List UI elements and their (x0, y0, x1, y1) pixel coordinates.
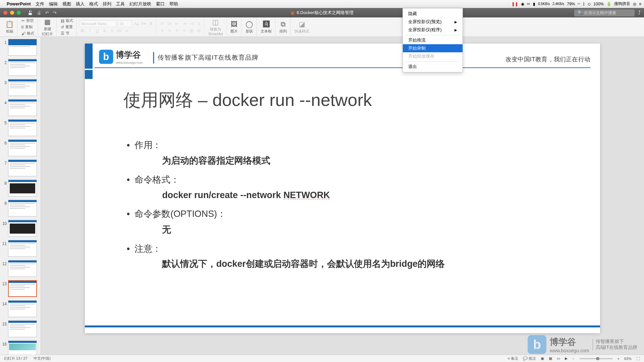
sorter-view-button[interactable]: ▦ (549, 356, 552, 361)
menu-help[interactable]: 帮助 (169, 1, 178, 7)
pause-icon[interactable]: ❚❚ (512, 2, 518, 6)
slide-canvas[interactable]: b 博学谷 www.boxuegu.com 传智播客旗下高端IT在线教育品牌 改… (85, 44, 600, 333)
slide-thumbnail[interactable] (8, 79, 37, 96)
slide-thumbnail[interactable] (8, 59, 37, 76)
indent-button[interactable]: ⇥ (181, 21, 187, 27)
undo-icon[interactable]: ↶ (45, 10, 49, 15)
clear-format-button[interactable]: A̸ (148, 21, 154, 27)
justify-button[interactable]: ≡ (181, 27, 187, 34)
slide-thumbnail[interactable] (8, 119, 37, 136)
zoom-out-button[interactable]: − (572, 357, 574, 361)
menu-format[interactable]: 格式 (89, 1, 98, 7)
notes-button[interactable]: ≡ 备注 (508, 356, 518, 361)
scissors-icon[interactable]: ✂ (527, 2, 530, 6)
new-slide-button[interactable]: ▦新建 幻灯片 (41, 17, 54, 37)
redo-icon[interactable]: ↷ (53, 10, 57, 15)
dm-hide[interactable]: 隐藏 (403, 10, 463, 18)
fit-window-button[interactable]: ⛶ (636, 357, 640, 361)
reading-view-button[interactable]: ▭ (557, 356, 560, 361)
numbering-button[interactable]: 1≡ (166, 21, 172, 27)
slide-title[interactable]: 使用网络 – docker run --network (123, 88, 372, 112)
slide-thumbnail[interactable] (8, 280, 37, 297)
textbox-button[interactable]: 🅰文本框 (259, 20, 273, 35)
menubar-list-icon[interactable]: ≡ (639, 2, 641, 6)
menu-file[interactable]: 文件 (36, 1, 44, 7)
slide-thumbnail[interactable] (8, 180, 37, 196)
slide-thumbnail[interactable] (8, 99, 37, 116)
battery-icon[interactable]: 🔋 (606, 2, 611, 6)
line-spacing-button[interactable]: ↕≡ (189, 21, 195, 27)
quickstyle-button[interactable]: ◪快速样式 (293, 19, 311, 35)
text-direction-button[interactable]: ↴ (196, 21, 202, 27)
menu-insert[interactable]: 插入 (76, 1, 85, 7)
save-icon[interactable]: 💾 (28, 10, 33, 15)
menu-window[interactable]: 窗口 (156, 1, 165, 7)
align-left-button[interactable]: ≡ (159, 27, 165, 34)
menu-view[interactable]: 视图 (62, 1, 71, 7)
font-name-select[interactable]: Microsoft YaHei (79, 20, 116, 27)
dm-start-record[interactable]: 开始录制 (403, 44, 463, 52)
share-icon[interactable]: ⤴ (638, 10, 641, 16)
search-input[interactable]: 🔍 在演示文稿中搜索 (574, 9, 635, 16)
slide-thumbnail[interactable] (8, 200, 37, 217)
spacing-button[interactable]: AV (116, 28, 122, 34)
font-color-button[interactable]: A (124, 28, 130, 34)
slide-body[interactable]: •作用： 为启动的容器指定网络模式 •命令格式： docker run/crea… (127, 134, 568, 275)
outdent-button[interactable]: ⇤ (174, 21, 180, 27)
language-indicator[interactable]: 中文(中国) (34, 356, 51, 361)
slide-thumbnail[interactable] (8, 320, 37, 337)
italic-button[interactable]: I (87, 28, 93, 34)
decrease-font-button[interactable]: A▾ (141, 21, 147, 27)
bold-button[interactable]: B (79, 28, 86, 34)
align-text-button[interactable]: ⊟ (196, 27, 202, 34)
cut-button[interactable]: ✂剪切 (20, 18, 36, 23)
normal-view-button[interactable]: ▣ (541, 356, 544, 361)
bullets-button[interactable]: ⁝≡ (159, 21, 165, 27)
slide-thumbnail[interactable] (8, 341, 37, 355)
menu-edit[interactable]: 编辑 (49, 1, 58, 7)
slide-thumbnail[interactable] (8, 139, 37, 156)
siri-icon[interactable]: ◎ (633, 2, 636, 6)
underline-button[interactable]: U (94, 28, 100, 34)
strike-button[interactable]: S̶ (102, 28, 108, 34)
font-size-select[interactable]: 24 (118, 20, 132, 27)
slide-thumbnail[interactable] (8, 260, 37, 277)
ime-label[interactable]: 搜狗拼音 (614, 1, 630, 7)
increase-font-button[interactable]: A▴ (133, 21, 139, 27)
menu-slideshow[interactable]: 幻灯片放映 (129, 1, 151, 7)
menu-tools[interactable]: 工具 (116, 1, 125, 7)
slideshow-button[interactable]: ▶ (565, 356, 568, 361)
slide-thumbnail[interactable] (8, 240, 37, 257)
arrange-button[interactable]: ⧉排列 (278, 20, 288, 35)
print-icon[interactable]: 🖨 (37, 10, 41, 15)
shapes-button[interactable]: ◯形状 (244, 19, 254, 35)
slide-editor-area[interactable]: b 博学谷 www.boxuegu.com 传智播客旗下高端IT在线教育品牌 改… (41, 37, 644, 355)
menu-arrange[interactable]: 排列 (103, 1, 111, 7)
thumbnail-panel[interactable]: 123456789101112131415161718 (0, 37, 41, 355)
align-right-button[interactable]: ≡ (174, 27, 180, 34)
app-name[interactable]: PowerPoint (7, 1, 31, 6)
columns-button[interactable]: ▥ (189, 27, 195, 34)
zoom-in-button[interactable]: + (618, 357, 620, 361)
smartart-button[interactable]: ◫转换为 SmartArt (207, 17, 224, 37)
slide-thumbnail[interactable] (8, 39, 37, 56)
picture-button[interactable]: 🖼图片 (229, 20, 239, 35)
dm-start-stream[interactable]: 开始推流 (403, 36, 463, 44)
comments-button[interactable]: 💬 批注 (523, 356, 536, 361)
minimize-window-button[interactable] (10, 11, 14, 15)
dm-replay-buffer[interactable]: 开始回放缓存 (403, 52, 463, 60)
layout-button[interactable]: ▤版式 (59, 18, 74, 23)
slide-thumbnail[interactable] (8, 160, 37, 176)
slide-thumbnail[interactable] (8, 220, 37, 237)
zoom-percent[interactable]: 83% (624, 357, 632, 361)
copy-button[interactable]: ⎘复制 (20, 24, 36, 30)
dm-fullscreen-program[interactable]: 全屏投影仪(程序)▶ (403, 26, 463, 34)
maximize-window-button[interactable] (17, 11, 21, 15)
wifi-icon[interactable]: ⌔ (578, 2, 580, 6)
shadow-button[interactable]: S (109, 28, 115, 34)
zoom-slider[interactable] (579, 358, 613, 359)
align-center-button[interactable]: ≡ (166, 27, 172, 34)
zoom-knob[interactable] (596, 357, 599, 360)
paste-button[interactable]: 📋粘贴 (4, 19, 15, 35)
section-button[interactable]: ☰节 (59, 31, 74, 36)
